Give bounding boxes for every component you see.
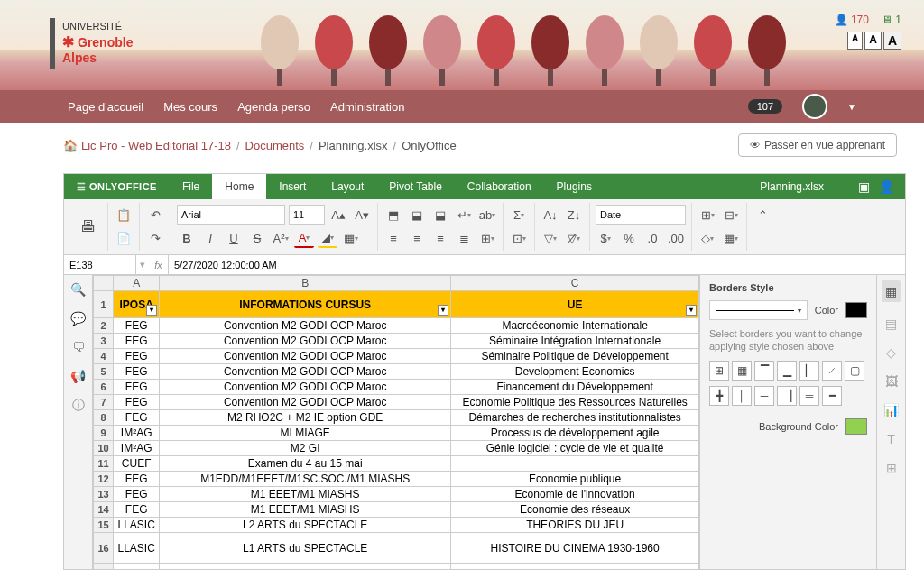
tab-insert[interactable]: Insert <box>266 174 319 199</box>
cell-B16[interactable]: L1 ARTS du SPECTACLE <box>160 533 451 564</box>
sort-asc-button[interactable]: A↓ <box>541 205 560 225</box>
search-icon[interactable]: 🔍 <box>70 282 86 297</box>
about-icon[interactable]: ⓘ <box>72 398 85 414</box>
formula-input[interactable]: 5/27/2020 12:00:00 AM <box>169 260 905 271</box>
cell-A7[interactable]: FEG <box>114 395 160 410</box>
cell-A16[interactable]: LLASIC <box>114 533 160 564</box>
cell-B7[interactable]: Convention M2 GODI OCP Maroc <box>160 395 451 410</box>
border-mid-button[interactable]: ═ <box>799 386 819 406</box>
border-bottom-button[interactable]: ▁ <box>777 361 797 381</box>
row-header-10[interactable]: 10 <box>94 441 114 456</box>
table-settings-icon[interactable]: ▤ <box>885 317 897 331</box>
border-right-button[interactable]: ▕ <box>777 386 797 406</box>
table-template-button[interactable]: ▦ <box>721 228 741 248</box>
cell-C16[interactable]: HISTOIRE DU CINEMA 1930-1960 <box>451 533 699 564</box>
row-header-2[interactable]: 2 <box>94 318 114 334</box>
cell-B17[interactable]: L1 ARTS du SPECTACLE <box>160 564 451 570</box>
font-small-button[interactable]: A <box>847 32 863 50</box>
border-inner-button[interactable]: ╋ <box>709 386 729 406</box>
notification-badge[interactable]: 107 <box>748 99 782 114</box>
row-header-4[interactable]: 4 <box>94 349 114 364</box>
col-header-A[interactable]: A <box>114 276 160 291</box>
row-header-11[interactable]: 11 <box>94 456 114 472</box>
select-all-corner[interactable] <box>94 276 114 291</box>
row-header-5[interactable]: 5 <box>94 364 114 380</box>
strike-button[interactable]: S <box>247 228 267 248</box>
cell-C3[interactable]: Séminaire Intégration Internationale <box>451 334 699 349</box>
row-header-6[interactable]: 6 <box>94 380 114 395</box>
bg-color-swatch[interactable] <box>845 418 867 435</box>
clear-filter-button[interactable]: ▽̸ <box>564 228 584 248</box>
cell-C14[interactable]: Economie des réseaux <box>451 502 699 518</box>
border-diag-button[interactable]: ⟋ <box>822 361 842 381</box>
cell-B15[interactable]: L2 ARTS du SPECTACLE <box>160 518 451 533</box>
user-menu-caret-icon[interactable]: ▼ <box>847 102 856 112</box>
font-large-button[interactable]: A <box>883 32 901 50</box>
cell-A4[interactable]: FEG <box>114 349 160 364</box>
crumb-documents[interactable]: Documents <box>245 139 305 152</box>
copy-button[interactable]: 📋 <box>114 205 134 225</box>
nav-agenda[interactable]: Agenda perso <box>237 100 310 114</box>
row-header-13[interactable]: 13 <box>94 487 114 502</box>
print-button[interactable]: 🖶 <box>75 205 102 249</box>
decrease-decimal-button[interactable]: .0 <box>642 228 662 248</box>
hdr-a[interactable]: IPOSA▾ <box>114 291 160 318</box>
font-color-button[interactable]: A <box>294 228 314 248</box>
tab-home[interactable]: Home <box>212 174 266 199</box>
row-header-9[interactable]: 9 <box>94 426 114 441</box>
cell-A3[interactable]: FEG <box>114 334 160 349</box>
cell-C6[interactable]: Financement du Développement <box>451 380 699 395</box>
people-count[interactable]: 👤 170 <box>835 14 869 26</box>
border-innerh-button[interactable]: ─ <box>754 386 774 406</box>
cell-B6[interactable]: Convention M2 GODI OCP Maroc <box>160 380 451 395</box>
cell-C13[interactable]: Economie de l'innovation <box>451 487 699 502</box>
cell-settings-icon[interactable]: ▦ <box>882 280 901 302</box>
border-none-button[interactable]: ▢ <box>845 361 864 381</box>
currency-button[interactable]: $ <box>596 228 615 248</box>
tab-plugins[interactable]: Plugins <box>544 174 605 199</box>
row-header-16[interactable]: 16 <box>94 533 114 564</box>
cell-B10[interactable]: M2 GI <box>160 441 451 456</box>
number-format-select[interactable] <box>596 205 686 225</box>
redo-button[interactable]: ↷ <box>145 228 165 248</box>
named-ranges-button[interactable]: Σ <box>509 205 529 225</box>
border-all-button[interactable]: ▦ <box>732 361 752 381</box>
cell-C7[interactable]: Economie Politique des Ressources Nature… <box>451 395 699 410</box>
tab-file[interactable]: File <box>170 174 212 199</box>
cell-A12[interactable]: FEG <box>114 472 160 487</box>
insert-cells-button[interactable]: ⊞ <box>698 205 717 225</box>
cell-A13[interactable]: FEG <box>114 487 160 502</box>
open-location-icon[interactable]: ▣ <box>858 179 870 194</box>
border-innerv-button[interactable]: │ <box>732 386 752 406</box>
cell-B3[interactable]: Convention M2 GODI OCP Maroc <box>160 334 451 349</box>
fx-icon[interactable]: fx <box>149 255 169 274</box>
cell-A11[interactable]: CUEF <box>114 456 160 472</box>
hdr-c[interactable]: UE▾ <box>451 291 699 318</box>
row-header-3[interactable]: 3 <box>94 334 114 349</box>
filter-b-icon[interactable]: ▾ <box>438 305 448 316</box>
font-size-select[interactable] <box>289 205 325 225</box>
collapse-toolbar-icon[interactable]: ⌃ <box>753 205 772 225</box>
cell-C17[interactable]: CRITIQUE DE FILMS <box>451 564 699 570</box>
undo-button[interactable]: ↶ <box>145 205 165 225</box>
cell-B9[interactable]: MI MIAGE <box>160 426 451 441</box>
filter-button[interactable]: ▽ <box>541 228 560 248</box>
sort-desc-button[interactable]: Z↓ <box>564 205 584 225</box>
underline-button[interactable]: U <box>224 228 244 248</box>
nav-home[interactable]: Page d'accueil <box>68 100 143 114</box>
pivot-settings-icon[interactable]: ⊞ <box>886 461 897 475</box>
feedback-icon[interactable]: 📢 <box>70 369 86 383</box>
cell-C5[interactable]: Development Economics <box>451 364 699 380</box>
cell-A14[interactable]: FEG <box>114 502 160 518</box>
student-view-button[interactable]: 👁Passer en vue apprenant <box>738 133 897 157</box>
tab-pivot[interactable]: Pivot Table <box>376 174 454 199</box>
border-thick-button[interactable]: ━ <box>822 386 842 406</box>
cell-B11[interactable]: Examen du 4 au 15 mai <box>160 456 451 472</box>
align-bottom-button[interactable]: ⬓ <box>430 205 450 225</box>
border-color-swatch[interactable] <box>845 302 867 318</box>
comments-icon[interactable]: 💬 <box>70 311 86 326</box>
row-header-1[interactable]: 1 <box>94 291 114 318</box>
cell-A2[interactable]: FEG <box>114 318 160 334</box>
nav-admin[interactable]: Administration <box>330 100 404 114</box>
spreadsheet-grid[interactable]: ABC1IPOSA▾INFORMATIONS CURSUS▾UE▾2FEGCon… <box>93 275 699 569</box>
